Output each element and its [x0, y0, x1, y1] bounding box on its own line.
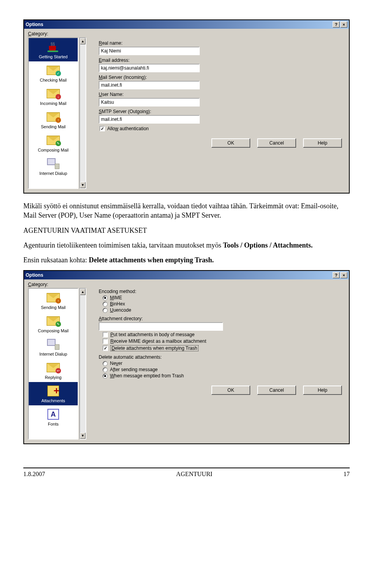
sidebar-item-sending-mail[interactable]: ↑ Sending Mail: [29, 108, 78, 131]
sidebar-item-label: Internet Dialup: [39, 171, 67, 176]
window-title: Options: [26, 272, 43, 278]
radio-uuencode[interactable]: [103, 308, 108, 313]
envelope-compose-icon: ✎: [46, 314, 60, 328]
sidebar-item-fonts[interactable]: A Fonts: [29, 405, 78, 429]
real-name-label: Real name:: [99, 40, 345, 46]
sidebar-item-incoming-mail[interactable]: ↓ Incoming Mail: [29, 85, 78, 108]
smtp-server-label: SMTP Server (Outgoing):: [99, 109, 345, 114]
sidebar-item-internet-dialup[interactable]: Internet Dialup: [29, 155, 78, 178]
sidebar-item-label: Internet Dialup: [39, 352, 67, 356]
radio-mime-label: MIME: [110, 295, 122, 300]
sidebar-item-checking-mail[interactable]: ✓ Checking Mail: [29, 61, 78, 85]
chk-delete-trash-label: Delete attachments when emptying Trash: [110, 345, 199, 351]
computer-icon: [46, 157, 60, 170]
footer-rule: [23, 468, 350, 468]
options-window-1: Options ? × Category: §§ Getting Started…: [23, 19, 350, 194]
sidebar-item-attachments[interactable]: Attachments: [29, 382, 78, 405]
window-title: Options: [26, 22, 43, 27]
attachment-dir-label: Attachment directory:: [99, 316, 345, 321]
sidebar-scrollbar[interactable]: ▲ ▼: [79, 37, 86, 189]
sidebar-scrollbar[interactable]: ▲ ▼: [79, 288, 86, 440]
envelope-out-icon: ↑: [46, 291, 60, 304]
chk-put-body-label: Put text attachments in body of message: [110, 332, 195, 337]
chk-put-body[interactable]: [103, 332, 108, 337]
radio-never[interactable]: [103, 361, 108, 366]
footer-date: 1.8.2007: [23, 471, 45, 478]
allow-auth-label: Allow authentication: [107, 126, 149, 131]
cancel-button[interactable]: Cancel: [257, 386, 296, 395]
computer-icon: [46, 338, 60, 351]
sidebar-item-composing-mail[interactable]: ✎ Composing Mail: [29, 312, 78, 335]
sidebar-item-label: Attachments: [41, 398, 65, 403]
radio-after-label: After sending message: [110, 367, 158, 372]
paragraph-2: Agentuurin tietoliikenteen toimimisen ta…: [23, 241, 350, 250]
sidebar-item-label: Fonts: [48, 422, 59, 426]
font-a-icon: A: [46, 408, 60, 421]
sidebar-item-label: Replying: [45, 375, 62, 380]
envelope-reply-icon: ↩: [46, 361, 60, 374]
category-sidebar: §§ Getting Started ✓ Checking Mail ↓ Inc…: [28, 37, 78, 189]
mail-server-input[interactable]: [99, 81, 200, 89]
scroll-down-icon[interactable]: ▼: [80, 182, 85, 188]
encoding-method-label: Encoding method:: [99, 289, 136, 294]
real-name-input[interactable]: [99, 47, 200, 55]
envelope-in-icon: ↓: [46, 87, 60, 100]
chk-receive-mime[interactable]: [103, 338, 108, 344]
titlebar: Options ? ×: [24, 271, 349, 279]
radio-binhex-label: BinHex: [110, 301, 125, 307]
options-window-2: Options ? × Category: ↑ Sending Mail ✎ C…: [23, 270, 350, 444]
help-button[interactable]: Help: [303, 138, 342, 148]
allow-auth-checkbox[interactable]: ✓: [99, 126, 105, 131]
user-name-label: User Name:: [99, 92, 345, 97]
sidebar-item-label: Sending Mail: [41, 305, 66, 310]
sidebar-item-getting-started[interactable]: §§ Getting Started: [29, 38, 78, 61]
category-label: Category:: [28, 282, 345, 287]
radio-binhex[interactable]: [103, 302, 108, 307]
scroll-up-icon[interactable]: ▲: [80, 289, 85, 295]
radio-mime[interactable]: [103, 295, 108, 300]
coffee-cup-icon: §§: [46, 40, 60, 54]
mail-server-label: Mail Server (Incoming):: [99, 75, 345, 80]
help-icon[interactable]: ?: [333, 272, 340, 278]
radio-when[interactable]: [103, 373, 108, 379]
ok-button[interactable]: OK: [211, 386, 250, 395]
smtp-server-input[interactable]: [99, 115, 200, 124]
attachment-dir-input[interactable]: [99, 322, 223, 331]
envelope-check-icon: ✓: [46, 64, 60, 77]
radio-never-label: Never: [110, 361, 122, 366]
category-sidebar: ↑ Sending Mail ✎ Composing Mail Internet…: [28, 288, 78, 440]
paragraph-1: Mikäli syöttö ei onnistunut ensimmäisell…: [23, 201, 350, 220]
sidebar-item-composing-mail[interactable]: ✎ Composing Mail: [29, 131, 78, 155]
sidebar-item-replying[interactable]: ↩ Replying: [29, 359, 78, 382]
radio-after[interactable]: [103, 367, 108, 372]
heading-agentuurin: AGENTUURIN VAATIMAT ASETUKSET: [23, 226, 350, 235]
paragraph-3: Ensin ruksataan kohta: Delete attachment…: [23, 255, 350, 265]
ok-button[interactable]: OK: [211, 138, 250, 148]
footer-page: 17: [343, 471, 350, 478]
scroll-up-icon[interactable]: ▲: [80, 38, 85, 44]
sidebar-item-label: Checking Mail: [40, 78, 66, 82]
close-icon[interactable]: ×: [340, 272, 347, 278]
radio-uuencode-label: Uuencode: [110, 307, 131, 313]
titlebar: Options ? ×: [24, 20, 349, 29]
sidebar-item-label: Incoming Mail: [40, 101, 66, 106]
chk-delete-trash[interactable]: ✓: [103, 345, 108, 351]
sidebar-item-label: Composing Mail: [38, 148, 69, 152]
envelope-compose-icon: ✎: [46, 134, 60, 147]
form-panel: Real name: Email address: Mail Server (I…: [89, 37, 345, 189]
form-panel: Encoding method: MIME BinHex Uuencode At…: [89, 288, 345, 440]
sidebar-item-internet-dialup[interactable]: Internet Dialup: [29, 335, 78, 359]
email-input[interactable]: [99, 64, 200, 72]
cancel-button[interactable]: Cancel: [257, 138, 296, 148]
file-attach-icon: [46, 384, 60, 398]
chk-receive-mime-label: Receive MIME digest as a mailbox attachm…: [110, 338, 206, 344]
user-name-input[interactable]: [99, 98, 200, 106]
scroll-down-icon[interactable]: ▼: [80, 433, 85, 439]
help-icon[interactable]: ?: [333, 21, 340, 28]
sidebar-item-label: Composing Mail: [38, 328, 69, 333]
close-icon[interactable]: ×: [340, 21, 347, 28]
sidebar-item-label: Sending Mail: [41, 124, 66, 129]
footer-title: AGENTUURI: [176, 471, 212, 478]
sidebar-item-sending-mail[interactable]: ↑ Sending Mail: [29, 289, 78, 312]
help-button[interactable]: Help: [303, 386, 342, 395]
